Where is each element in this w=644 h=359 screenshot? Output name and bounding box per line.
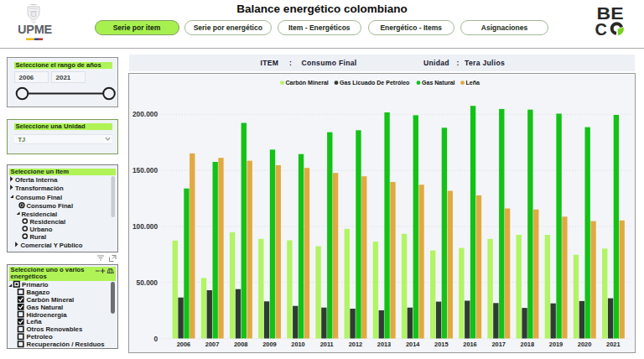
svg-text:2021: 2021 [606, 341, 620, 348]
svg-text:200.000: 200.000 [132, 110, 158, 118]
svg-text:2010: 2010 [291, 341, 304, 348]
svg-text:Gas Licuado De Petróleo: Gas Licuado De Petróleo [340, 80, 410, 86]
svg-text:2006: 2006 [177, 341, 190, 348]
svg-text:2007: 2007 [205, 341, 219, 348]
svg-text:Leña: Leña [466, 80, 480, 86]
svg-text:C: C [595, 20, 607, 39]
svg-text:2009: 2009 [262, 341, 276, 348]
svg-text:2018: 2018 [521, 341, 534, 348]
svg-text:150.000: 150.000 [132, 166, 158, 174]
svg-text:2011: 2011 [320, 341, 334, 348]
svg-text:UPME: UPME [18, 23, 53, 36]
svg-text:Carbón Mineral: Carbón Mineral [286, 80, 329, 86]
svg-text:2019: 2019 [549, 341, 563, 348]
svg-text:100.000: 100.000 [132, 222, 158, 231]
svg-text:50.000: 50.000 [137, 278, 158, 287]
svg-text:2014: 2014 [406, 341, 420, 348]
svg-text:2016: 2016 [463, 341, 476, 348]
svg-text:2017: 2017 [491, 341, 505, 348]
svg-text:2020: 2020 [578, 341, 591, 348]
svg-text:2008: 2008 [234, 341, 247, 348]
svg-text:Gas Natural: Gas Natural [422, 80, 455, 86]
svg-text:2015: 2015 [434, 341, 448, 348]
svg-text:2012: 2012 [349, 341, 362, 348]
svg-text:0: 0 [153, 335, 158, 343]
svg-text:2013: 2013 [377, 341, 391, 348]
